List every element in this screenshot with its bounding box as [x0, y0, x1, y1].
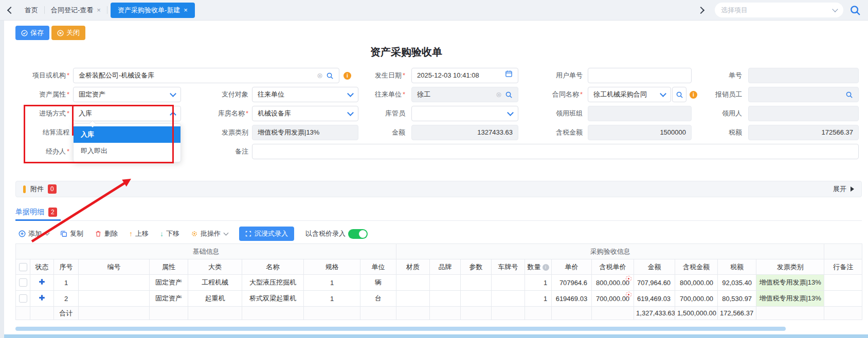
cell-qty[interactable]: 1 — [525, 291, 552, 307]
plus-icon — [39, 294, 45, 301]
cell-code[interactable] — [79, 291, 150, 307]
checkbox-icon[interactable] — [19, 294, 27, 303]
checkbox-icon[interactable] — [19, 278, 27, 287]
cell-row-remark[interactable] — [824, 291, 862, 307]
tabs-forward-icon[interactable] — [698, 6, 703, 15]
cell-category[interactable]: 工程机械 — [188, 275, 242, 291]
tax-entry-toggle[interactable] — [348, 229, 368, 239]
counterparty-field[interactable]: 徐工 ⊗ — [411, 87, 518, 102]
search-icon[interactable] — [505, 91, 513, 99]
global-search-icon[interactable] — [849, 5, 861, 16]
check-circle-icon — [21, 30, 28, 36]
move-down-button[interactable]: ↓下移 — [160, 229, 179, 238]
save-button[interactable]: 保存 — [15, 26, 49, 40]
cell-spec[interactable]: 1 — [304, 275, 360, 291]
delete-button[interactable]: 删除 — [95, 229, 118, 238]
arrow-up-icon: ↑ — [129, 230, 133, 238]
cell-plate[interactable] — [492, 291, 525, 307]
cell-seq[interactable]: 2 — [54, 291, 79, 307]
cell-tax-price[interactable]: 800,000.00 — [592, 275, 634, 291]
project-select[interactable]: 选择项目 — [715, 3, 843, 17]
horizontal-scrollbar[interactable] — [15, 327, 786, 331]
keeper-label: 库管员 — [354, 106, 405, 121]
tab-close-icon[interactable]: × — [97, 6, 101, 14]
tabs-back-icon[interactable] — [8, 6, 13, 15]
cell-tax-amount[interactable]: 800,000.00 — [675, 275, 718, 291]
cell-invoice[interactable]: 增值税专用发票|13% — [756, 291, 824, 307]
cell-attr[interactable]: 固定资产 — [150, 291, 188, 307]
total-empty — [242, 307, 304, 320]
cell-tax[interactable]: 92,035.40 — [718, 275, 756, 291]
tab-detail[interactable]: 单据明细 2 — [15, 208, 57, 217]
row-select-cell[interactable] — [16, 291, 30, 307]
search-icon[interactable] — [326, 72, 334, 80]
immersive-entry-button[interactable]: 沉浸式录入 — [239, 227, 294, 241]
cell-seq[interactable]: 1 — [54, 275, 79, 291]
attachments-bar[interactable]: 附件 0 展开 — [15, 181, 862, 197]
row-status-cell[interactable] — [30, 291, 54, 307]
tab-asset-purchase-new[interactable]: 资产采购验收单-新建× — [111, 3, 195, 18]
tab-close-icon[interactable]: × — [184, 6, 188, 14]
remark-field[interactable] — [252, 144, 859, 159]
cell-material[interactable] — [396, 291, 430, 307]
cell-price[interactable]: 707964.6 — [552, 275, 592, 291]
expand-control[interactable]: 展开 — [833, 184, 854, 194]
cell-attr[interactable]: 固定资产 — [150, 275, 188, 291]
batch-ops-button[interactable]: 批操作 — [191, 229, 228, 238]
cell-brand[interactable] — [430, 275, 461, 291]
tab-home[interactable]: 首页 — [19, 6, 44, 15]
project-field[interactable]: 金桥装配公司-机械设备库 ⊗ — [73, 68, 339, 83]
copy-button[interactable]: 复制 — [60, 229, 83, 238]
clear-icon[interactable]: ⊗ — [317, 72, 323, 79]
cell-row-remark[interactable] — [824, 275, 862, 291]
move-up-button[interactable]: ↑上移 — [129, 229, 149, 238]
cell-tax[interactable]: 80,530.97 — [718, 291, 756, 307]
reimburse-field[interactable] — [748, 87, 859, 102]
date-field[interactable]: 2025-12-03 10:41:08 — [411, 68, 518, 83]
user-no-field[interactable] — [588, 68, 692, 83]
cell-category[interactable]: 起重机 — [188, 291, 242, 307]
clear-icon[interactable]: ⊗ — [496, 91, 502, 98]
warehouse-select[interactable]: 机械设备库 — [252, 106, 358, 121]
cell-param[interactable] — [461, 291, 492, 307]
contract-select[interactable]: 徐工机械采购合同 — [588, 87, 671, 102]
cell-material[interactable] — [396, 275, 430, 291]
cell-param[interactable] — [461, 275, 492, 291]
annotation-red-line — [72, 105, 74, 136]
cell-plate[interactable] — [492, 275, 525, 291]
cell-name[interactable]: 大型液压挖掘机 — [242, 275, 304, 291]
tax-amount-label: 含税金额 — [531, 125, 583, 140]
cell-amount[interactable]: 707,964.60 — [634, 275, 675, 291]
cell-tax-amount[interactable]: 700,000.00 — [675, 291, 718, 307]
row-status-cell[interactable] — [30, 275, 54, 291]
invoice-type-field: 增值税专用发票|13% — [252, 125, 358, 140]
checkbox-icon[interactable] — [19, 263, 27, 271]
cell-invoice[interactable]: 增值税专用发票|13% — [756, 275, 824, 291]
col-attr: 属性 — [150, 259, 188, 275]
tab-contract-view[interactable]: 合同登记-查看× — [45, 6, 107, 15]
asset-attr-select[interactable]: 固定资产 — [73, 87, 181, 102]
cell-price[interactable]: 619469.03 — [552, 291, 592, 307]
add-button[interactable]: 添加 — [19, 229, 49, 238]
keeper-select[interactable] — [411, 106, 518, 121]
select-all-cell[interactable] — [16, 259, 30, 275]
search-icon[interactable] — [845, 91, 853, 99]
cell-code[interactable] — [79, 275, 150, 291]
calendar-icon[interactable] — [505, 68, 513, 83]
cell-amount[interactable]: 619,469.03 — [634, 291, 675, 307]
doc-no-field — [748, 68, 859, 83]
row-select-cell[interactable] — [16, 275, 30, 291]
total-empty — [150, 307, 188, 320]
cell-unit[interactable]: 台 — [360, 291, 396, 307]
cell-name[interactable]: 桥式双梁起重机 — [242, 291, 304, 307]
close-button[interactable]: 关闭 — [51, 26, 85, 40]
contract-search-button[interactable] — [672, 87, 686, 102]
cell-tax-price[interactable]: 700,000.00 — [592, 291, 634, 307]
pay-target-select[interactable]: 往来单位 — [252, 87, 358, 102]
cell-spec[interactable]: 1 — [304, 291, 360, 307]
cell-unit[interactable]: 辆 — [360, 275, 396, 291]
cell-brand[interactable] — [430, 291, 461, 307]
info-icon[interactable]: i — [343, 72, 351, 80]
cell-qty[interactable]: 1 — [525, 275, 552, 291]
column-header-row: 状态 序号 编号 属性 大类 名称 规格 单位 材质 品牌 参数 车牌号 数量i… — [16, 259, 862, 275]
